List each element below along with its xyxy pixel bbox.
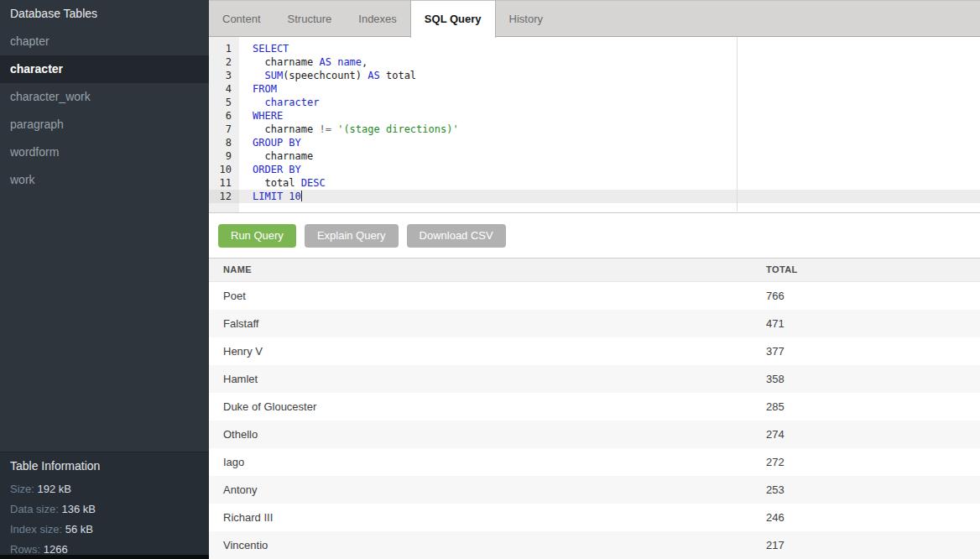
code-text: total DESC xyxy=(239,176,980,190)
code-text: charname AS name, xyxy=(239,55,980,69)
run-query-button[interactable]: Run Query xyxy=(218,224,296,248)
table-information-header: Table Information xyxy=(0,457,209,474)
token-kw: SUM xyxy=(264,70,283,81)
token-txt: , xyxy=(362,56,368,68)
tab-history[interactable]: History xyxy=(496,1,556,37)
cell-name: Hamlet xyxy=(223,365,258,393)
column-header-name: NAME xyxy=(223,259,252,281)
table-row: Falstaff471 xyxy=(209,310,980,337)
token-str: '(stage directions)' xyxy=(337,123,459,135)
cell-total: 272 xyxy=(766,448,785,476)
main-panel: ContentStructureIndexesSQL QueryHistory … xyxy=(209,0,980,559)
cell-name: Richard III xyxy=(223,504,273,531)
token-kw: AS xyxy=(319,56,331,68)
cell-total: 246 xyxy=(766,504,785,531)
code-text: FROM xyxy=(239,82,980,96)
sidebar-item-wordform[interactable]: wordform xyxy=(0,138,209,166)
code-text: charname != '(stage directions)' xyxy=(239,123,980,136)
line-number: 10 xyxy=(209,163,239,176)
tab-content[interactable]: Content xyxy=(209,1,274,37)
line-number: 3 xyxy=(209,69,239,82)
cell-total: 471 xyxy=(766,310,785,337)
database-app-window: Database Tables chaptercharactercharacte… xyxy=(0,0,980,559)
sidebar-item-character[interactable]: character xyxy=(0,55,209,83)
cell-name: Othello xyxy=(223,421,258,448)
database-tables-header: Database Tables xyxy=(0,0,209,28)
code-line[interactable]: 5 character xyxy=(209,96,980,109)
line-number: 7 xyxy=(209,123,239,136)
code-text: LIMIT 10 xyxy=(239,190,980,203)
cell-name: Poet xyxy=(223,282,246,310)
results-body: Poet766Falstaff471Henry V377Hamlet358Duk… xyxy=(209,282,980,559)
token-op: != xyxy=(319,123,331,135)
code-text: WHERE xyxy=(239,109,980,123)
token-kw: SELECT xyxy=(253,43,289,55)
token-txt: charname xyxy=(253,150,313,162)
table-row: Iago272 xyxy=(209,448,980,476)
code-line[interactable]: 10ORDER BY xyxy=(209,163,980,176)
table-row: Duke of Gloucester285 xyxy=(209,393,980,421)
info-row: Data size: 136 kB xyxy=(0,499,209,520)
code-text: character xyxy=(239,96,980,109)
table-row: Richard III246 xyxy=(209,504,980,531)
info-row: Index size: 56 kB xyxy=(0,520,209,540)
code-text: ORDER BY xyxy=(239,163,980,176)
cell-total: 217 xyxy=(766,531,785,559)
results-header-row: NAME TOTAL xyxy=(209,258,980,282)
cell-name: Falstaff xyxy=(223,310,258,337)
table-information-panel: Table Information Size: 192 kBData size:… xyxy=(0,452,209,559)
tab-structure[interactable]: Structure xyxy=(274,1,346,37)
download-csv-button[interactable]: Download CSV xyxy=(407,224,506,248)
code-line[interactable]: 2 charname AS name, xyxy=(209,55,980,69)
token-txt: total xyxy=(380,70,416,81)
cell-total: 377 xyxy=(766,337,785,365)
line-number: 6 xyxy=(209,109,239,123)
cell-name: Duke of Gloucester xyxy=(223,393,316,421)
info-value: 56 kB xyxy=(65,523,93,535)
info-value: 192 kB xyxy=(38,483,71,495)
cell-total: 358 xyxy=(766,365,785,393)
cell-name: Iago xyxy=(223,448,244,476)
sidebar-item-character-work[interactable]: character_work xyxy=(0,83,209,111)
tab-indexes[interactable]: Indexes xyxy=(345,1,410,37)
sidebar-item-chapter[interactable]: chapter xyxy=(0,28,209,55)
code-line[interactable]: 1SELECT xyxy=(209,42,980,55)
code-line[interactable]: 8GROUP BY xyxy=(209,136,980,149)
query-actions: Run Query Explain Query Download CSV xyxy=(209,213,980,258)
code-line[interactable]: 4FROM xyxy=(209,82,980,96)
token-txt: (speechcount) xyxy=(283,70,368,81)
text-caret xyxy=(301,191,302,201)
code-line[interactable]: 3 SUM(speechcount) AS total xyxy=(209,69,980,82)
sidebar: Database Tables chaptercharactercharacte… xyxy=(0,0,209,559)
tab-sql-query[interactable]: SQL Query xyxy=(410,1,496,38)
info-label: Index size: xyxy=(10,523,65,535)
table-row: Hamlet358 xyxy=(209,365,980,393)
sql-editor[interactable]: 1SELECT2 charname AS name,3 SUM(speechco… xyxy=(209,37,980,213)
cell-total: 253 xyxy=(766,476,785,504)
code-line[interactable]: 6WHERE xyxy=(209,109,980,123)
token-kw: AS xyxy=(368,70,379,81)
code-line[interactable]: 9 charname xyxy=(209,149,980,163)
code-line[interactable]: 11 total DESC xyxy=(209,176,980,190)
explain-query-button[interactable]: Explain Query xyxy=(305,224,399,248)
info-label: Data size: xyxy=(10,503,61,515)
info-label: Size: xyxy=(10,483,38,495)
line-number: 4 xyxy=(209,82,239,96)
info-row: Size: 192 kB xyxy=(0,479,209,499)
table-list: chaptercharactercharacter_workparagraphw… xyxy=(0,28,209,194)
token-txt: total xyxy=(253,177,301,189)
cell-total: 766 xyxy=(766,282,785,310)
token-kw: WHERE xyxy=(253,110,283,122)
token-txt xyxy=(253,97,264,108)
sidebar-item-work[interactable]: work xyxy=(0,166,209,194)
sidebar-item-paragraph[interactable]: paragraph xyxy=(0,111,209,138)
token-kw: name xyxy=(337,56,362,68)
code-line[interactable]: 12LIMIT 10 xyxy=(209,190,980,203)
cell-name: Vincentio xyxy=(223,531,268,559)
code-line[interactable]: 7 charname != '(stage directions)' xyxy=(209,123,980,136)
token-kw: GROUP BY xyxy=(253,137,301,149)
token-txt: charname xyxy=(253,123,319,135)
editor-margin-ruler xyxy=(737,37,738,212)
info-label: Rows: xyxy=(10,543,44,556)
tab-bar: ContentStructureIndexesSQL QueryHistory xyxy=(209,0,980,37)
